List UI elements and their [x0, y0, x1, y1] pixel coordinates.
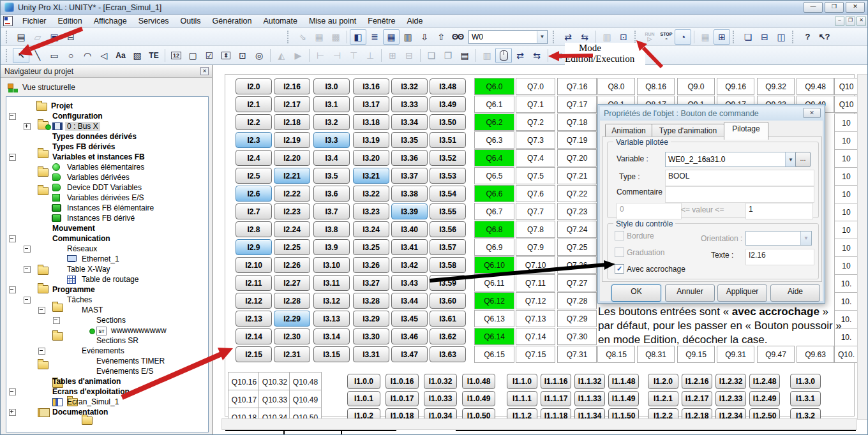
latch-checkbox[interactable]: ✓ [615, 264, 624, 274]
tree-expander-minus[interactable] [24, 246, 31, 253]
io-button[interactable]: I3.30 [353, 328, 389, 344]
io-button[interactable]: I1.0.49 [462, 391, 495, 406]
mouse-mode-icon[interactable] [495, 48, 512, 63]
bring-to-front-icon[interactable]: ❏ [423, 48, 440, 63]
io-button[interactable]: I3.55 [430, 203, 466, 219]
io-button[interactable]: I1.1.17 [541, 391, 571, 406]
tree-expander-minus[interactable] [24, 266, 31, 273]
cancel-button[interactable]: Annuler [665, 284, 715, 302]
io-button[interactable]: I3.31 [353, 346, 389, 362]
io-button[interactable]: I1.2.16 [682, 374, 712, 389]
io-button[interactable]: I1.2.48 [749, 374, 780, 389]
io-button[interactable]: I1.1.48 [608, 374, 639, 389]
library-icon[interactable]: ▥ [400, 29, 416, 45]
text-field-tool-icon[interactable]: TE [146, 48, 162, 63]
io-button[interactable]: I2.15 [236, 346, 272, 362]
io-button[interactable]: I3.25 [353, 239, 389, 255]
io-button[interactable]: I2.30 [274, 328, 310, 344]
io-button[interactable]: I1.0.32 [424, 374, 457, 389]
text-field[interactable]: I2.16 [745, 249, 814, 265]
rectangle-tool-icon[interactable]: ▭ [46, 48, 63, 63]
menu-item-automate[interactable]: Automate [257, 15, 303, 27]
tab-pilotage[interactable]: Pilotage [724, 122, 768, 140]
io-button[interactable]: I2.17 [274, 96, 310, 112]
new-icon[interactable]: ▤ [13, 29, 29, 45]
io-button[interactable]: I2.11 [236, 275, 272, 291]
io-button[interactable]: I2.16 [274, 78, 310, 94]
io-button[interactable]: I3.57 [430, 239, 466, 255]
io-button[interactable]: I3.39 [391, 203, 428, 219]
tree-item-device-ddt-variables[interactable]: Device DDT Variables [65, 182, 144, 193]
tree-item-variables-d-riv-es[interactable]: Variables dérivées [65, 172, 131, 182]
tree-item-ev-nements[interactable]: Evénements [80, 346, 126, 356]
io-button[interactable]: I2.6 [236, 186, 272, 202]
menu-item-edition[interactable]: Edition [52, 15, 88, 27]
comment-field[interactable] [665, 186, 814, 203]
chevron-down-icon[interactable]: ▼ [785, 152, 796, 166]
io-button[interactable]: I3.38 [391, 186, 428, 202]
io-button[interactable]: I2.27 [274, 275, 310, 291]
io-button[interactable]: I1.1.0 [507, 374, 537, 389]
terminal-icon[interactable]: ⊡ [615, 29, 632, 45]
io-button[interactable]: I3.11 [313, 275, 350, 291]
io-button[interactable]: I2.20 [274, 150, 310, 166]
tree-item-t-ches[interactable]: Tâches [65, 295, 94, 305]
tree-item-projet[interactable]: Projet [49, 101, 75, 111]
io-button[interactable]: I3.5 [313, 168, 350, 184]
io-button[interactable]: I3.48 [430, 78, 466, 94]
roundrect-control-icon[interactable]: ▢ [184, 48, 201, 63]
simulation-mode-icon[interactable]: ◔ [675, 29, 691, 45]
structural-view-row[interactable]: Vue structurelle [1, 79, 212, 96]
line-tool-icon[interactable]: ╲ [29, 48, 46, 63]
io-button[interactable]: I2.13 [236, 311, 272, 327]
io-button[interactable]: I3.42 [391, 257, 428, 273]
io-button[interactable]: I1.2.33 [715, 391, 746, 406]
io-button[interactable]: I3.9 [313, 239, 350, 255]
io-button[interactable]: I3.40 [391, 221, 428, 237]
properties-icon[interactable]: ▤ [456, 48, 473, 63]
io-button[interactable]: I1.0.16 [385, 374, 419, 389]
io-button[interactable]: I2.8 [236, 221, 272, 237]
io-button[interactable]: I2.29 [274, 311, 310, 327]
io-button[interactable]: I3.53 [430, 168, 466, 184]
tree-item-ev-nements-e-s[interactable]: Evénements E/S [94, 366, 155, 376]
tree-item-mast[interactable]: MAST [80, 305, 105, 315]
io-button[interactable]: I3.24 [353, 221, 389, 237]
io-button[interactable]: I3.43 [391, 275, 428, 291]
io-button[interactable]: I2.28 [274, 293, 310, 309]
tree-item-variables-et-instances-fb[interactable]: Variables et instances FB [50, 152, 147, 162]
tree-item-communication[interactable]: Communication [50, 233, 112, 244]
menu-item-services[interactable]: Services [133, 15, 175, 27]
io-button[interactable]: I1.2.17 [682, 391, 712, 406]
io-button[interactable]: I2.26 [274, 257, 310, 273]
io-button[interactable]: I3.27 [353, 275, 389, 291]
io-button[interactable]: I3.6 [313, 186, 350, 202]
image-tool-icon[interactable]: ▧ [129, 48, 146, 63]
counter-control-icon[interactable]: 12 [168, 48, 184, 63]
tile-vertical-icon[interactable]: ◫ [773, 29, 789, 45]
io-button[interactable]: I3.44 [391, 293, 428, 309]
io-button[interactable]: I3.41 [391, 239, 428, 255]
io-button[interactable]: I3.56 [430, 221, 466, 237]
io-button[interactable]: I2.4 [236, 150, 272, 166]
tree-item-ecrans-d-exploitation[interactable]: Ecrans d'exploitation [50, 387, 131, 397]
menu-item-fichier[interactable]: Fichier [17, 15, 52, 27]
io-button[interactable]: I3.14 [313, 328, 350, 344]
tree-item-instances-fb-d-riv-[interactable]: Instances FB dérivé [65, 213, 137, 223]
io-button[interactable]: I2.12 [236, 293, 272, 309]
io-button[interactable]: I2.5 [236, 168, 272, 184]
io-button[interactable]: I2.1 [236, 96, 272, 112]
text-tool-icon[interactable]: Aa [112, 48, 129, 63]
tab-order-auto-icon[interactable]: ⇆ [528, 48, 545, 63]
checkbox-control-icon[interactable]: ☑ [201, 48, 218, 63]
tree-expander-minus[interactable] [38, 348, 45, 355]
io-button[interactable]: I2.3 [236, 132, 272, 148]
tree-item-ethernet-1[interactable]: Ethernet_1 [80, 254, 121, 264]
io-button[interactable]: I3.58 [430, 257, 466, 273]
grid-view-icon[interactable]: ▦ [383, 29, 400, 45]
io-button[interactable]: I1.2.32 [715, 374, 746, 389]
save-icon[interactable]: ▣ [46, 29, 63, 45]
tree-item-programme[interactable]: Programme [50, 284, 97, 295]
mdi-minimize-button[interactable]: – [835, 17, 844, 26]
cascade-windows-icon[interactable]: ❏ [740, 29, 756, 45]
